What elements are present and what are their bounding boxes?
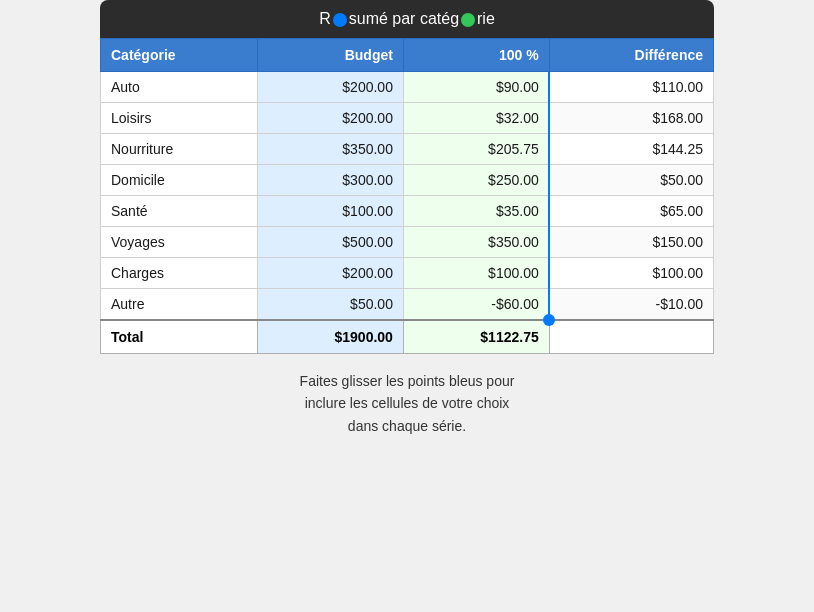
total-pct: $1122.75 [403,320,549,354]
hint-text: Faites glisser les points bleus pourincl… [300,370,515,437]
col-header-budget: Budget [258,39,404,72]
selection-border-line [548,72,550,321]
cell-budget: $200.00 [258,258,404,289]
cell-budget: $350.00 [258,134,404,165]
table-row: Auto $200.00 $90.00 $110.00 [101,72,714,103]
cell-pct: $35.00 [403,196,549,227]
cell-budget: $50.00 [258,289,404,321]
title-part2: sumé par catég [349,10,459,28]
cell-diff: $65.00 [549,196,713,227]
cell-budget: $100.00 [258,196,404,227]
table-row: Autre $50.00 -$60.00 -$10.00 [101,289,714,321]
cell-category: Charges [101,258,258,289]
cell-category: Santé [101,196,258,227]
total-budget: $1900.00 [258,320,404,354]
cell-diff: $50.00 [549,165,713,196]
budget-table: Catégorie Budget 100 % Différence Auto $… [100,38,714,354]
cell-pct: $100.00 [403,258,549,289]
spreadsheet-wrapper: R sumé par catég rie Catégorie Budget 10… [100,0,714,354]
cell-pct: $32.00 [403,103,549,134]
cell-category: Auto [101,72,258,103]
col-header-pct: 100 % [403,39,549,72]
cell-category: Domicile [101,165,258,196]
total-diff [549,320,713,354]
cell-category: Voyages [101,227,258,258]
header-row: Catégorie Budget 100 % Différence [101,39,714,72]
cell-diff: $144.25 [549,134,713,165]
cell-diff: -$10.00 [549,289,713,321]
table-row: Domicile $300.00 $250.00 $50.00 [101,165,714,196]
table-row: Santé $100.00 $35.00 $65.00 [101,196,714,227]
cell-budget: $300.00 [258,165,404,196]
cell-category: Nourriture [101,134,258,165]
total-label: Total [101,320,258,354]
cell-category: Loisirs [101,103,258,134]
table-row: Voyages $500.00 $350.00 $150.00 [101,227,714,258]
cell-pct: $350.00 [403,227,549,258]
cell-diff: $168.00 [549,103,713,134]
title-bar: R sumé par catég rie [100,0,714,38]
table-row: Charges $200.00 $100.00 $100.00 [101,258,714,289]
title-text: R sumé par catég rie [319,10,495,28]
table-row: Nourriture $350.00 $205.75 $144.25 [101,134,714,165]
table-row: Loisirs $200.00 $32.00 $168.00 [101,103,714,134]
blue-dot-title[interactable] [333,13,347,27]
col-header-category: Catégorie [101,39,258,72]
cell-budget: $500.00 [258,227,404,258]
total-row: Total $1900.00 $1122.75 [101,320,714,354]
green-dot-title[interactable] [461,13,475,27]
title-part1: R [319,10,331,28]
col-header-diff: Différence [549,39,713,72]
table-container: Catégorie Budget 100 % Différence Auto $… [100,38,714,354]
cell-diff: $110.00 [549,72,713,103]
cell-category: Autre [101,289,258,321]
cell-pct: -$60.00 [403,289,549,321]
cell-budget: $200.00 [258,103,404,134]
cell-diff: $150.00 [549,227,713,258]
cell-pct: $205.75 [403,134,549,165]
cell-pct: $90.00 [403,72,549,103]
title-part3: rie [477,10,495,28]
cell-budget: $200.00 [258,72,404,103]
cell-diff: $100.00 [549,258,713,289]
cell-pct: $250.00 [403,165,549,196]
